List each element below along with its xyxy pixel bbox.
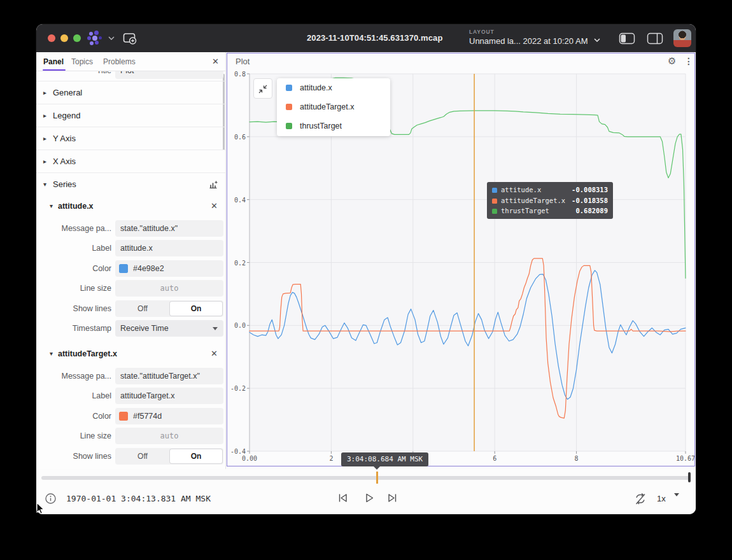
label-label: Label (36, 240, 111, 256)
label-label: Label (36, 388, 111, 404)
tab-panel[interactable]: Panel (43, 52, 64, 71)
layout-switcher[interactable]: LAYOUTUnnamed la... 2022 at 10:20 AM (469, 27, 600, 50)
color-swatch[interactable] (119, 264, 128, 273)
active-tab-underline (43, 69, 66, 71)
message-path-input[interactable]: state."attitude.x" (115, 220, 223, 237)
legend-collapse-button[interactable] (253, 78, 272, 99)
show-lines-label: Show lines (36, 300, 111, 317)
minimize-window-button[interactable] (60, 34, 68, 42)
right-sidebar-toggle-icon[interactable] (647, 32, 663, 45)
y-axis-tick-label: 0.0 (234, 322, 246, 329)
playback-controls-bar: 1970-01-01 3:04:13.831 AM MSK 1x (36, 486, 696, 514)
user-avatar[interactable] (673, 29, 691, 47)
section-x-axis[interactable]: ▸ X Axis (36, 150, 225, 172)
scrubber-track[interactable] (41, 476, 691, 480)
y-axis-tick-label: -0.2 (230, 385, 246, 392)
title-field-input[interactable]: Plot (115, 71, 223, 79)
seek-backward-button[interactable] (336, 491, 349, 505)
current-timestamp: 1970-01-01 3:04:13.831 AM MSK (66, 494, 211, 503)
line-size-input[interactable]: auto (115, 428, 223, 444)
message-path-input[interactable]: state."attitudeTarget.x" (115, 368, 223, 384)
series-color-swatch (492, 199, 497, 204)
remove-series-icon[interactable]: ✕ (211, 197, 218, 215)
show-lines-label: Show lines (36, 448, 111, 465)
series-header-attitude-target-x[interactable]: ▾ attitudeTarget.x ✕ (36, 345, 225, 363)
series-color-swatch (286, 85, 292, 91)
line-size-input[interactable]: auto (115, 280, 223, 297)
section-legend[interactable]: ▸ Legend (36, 104, 225, 127)
close-sidebar-icon[interactable]: ✕ (212, 57, 219, 66)
tab-problems[interactable]: Problems (103, 52, 136, 71)
tab-topics[interactable]: Topics (71, 52, 93, 71)
section-general[interactable]: ▸ General (36, 81, 225, 104)
timestamp-label: Timestamp (36, 320, 111, 337)
speed-chevron-down-icon[interactable] (674, 493, 679, 496)
left-sidebar-toggle-icon[interactable] (619, 32, 635, 45)
color-label: Color (36, 408, 111, 424)
playback-speed-value[interactable]: 1x (657, 494, 666, 503)
timestamp-select[interactable]: Receive Time (115, 320, 223, 337)
legend-item-attitude-target-x[interactable]: attitudeTarget.x (277, 97, 390, 116)
y-axis-tick-label: 0.8 (234, 71, 246, 78)
title-bar: 2023-11-10T04:51:45.631370.mcap LAYOUTUn… (36, 24, 696, 52)
series-color-swatch (286, 123, 292, 129)
caret-right-icon: ▸ (43, 81, 46, 104)
remove-series-icon[interactable]: ✕ (211, 345, 218, 363)
panel-settings-list: Title Plot ▸ General ▸ Legend ▸ Y Axis ▸… (36, 71, 225, 469)
add-series-icon[interactable] (208, 179, 218, 190)
scrubber-playhead-handle[interactable] (688, 472, 691, 482)
show-lines-on-option[interactable]: On (170, 302, 222, 316)
caret-right-icon: ▸ (43, 150, 46, 173)
playback-scrubber[interactable] (36, 469, 696, 486)
play-button[interactable] (362, 491, 376, 505)
panel-settings-gear-icon[interactable]: ⚙ (668, 55, 676, 67)
chevron-down-icon (213, 327, 218, 330)
data-source-title: 2023-11-10T04:51:45.631370.mcap (307, 33, 442, 43)
chart-hover-tooltip: attitude.x -0.008313 attitudeTarget.x -0… (487, 182, 613, 219)
label-input[interactable]: attitude.x (115, 240, 223, 256)
layout-label: LAYOUT (469, 29, 600, 35)
x-axis-tick-label: 0.00 (242, 455, 257, 462)
maximize-window-button[interactable] (73, 34, 81, 42)
scrubber-hover-marker (376, 472, 378, 484)
show-lines-off-option[interactable]: Off (115, 300, 170, 317)
show-lines-toggle: Off On (115, 300, 223, 317)
settings-sidebar: Panel Topics Problems ✕ Title Plot ▸ Gen… (36, 52, 226, 469)
caret-down-icon: ▾ (43, 173, 46, 196)
y-axis-tick-label: 0.6 (234, 133, 246, 140)
color-label: Color (36, 260, 111, 277)
line-size-label: Line size (36, 280, 111, 297)
legend-item-thrust-target[interactable]: thrustTarget (277, 116, 390, 136)
x-axis-tick-label: 2 (329, 455, 333, 462)
message-path-label: Message pa... (36, 220, 111, 237)
color-input[interactable]: #4e98e2 (115, 260, 223, 277)
section-series[interactable]: ▾ Series (36, 172, 225, 195)
close-window-button[interactable] (48, 34, 55, 42)
app-menu-chevron-icon[interactable] (108, 36, 115, 41)
panel-menu-kebab-icon[interactable]: ⋮ (684, 56, 693, 66)
show-lines-on-option[interactable]: On (170, 449, 222, 463)
section-y-axis[interactable]: ▸ Y Axis (36, 127, 225, 150)
legend-item-attitude-x[interactable]: attitude.x (277, 78, 390, 97)
caret-down-icon: ▾ (50, 197, 53, 215)
series-color-swatch (492, 209, 497, 214)
y-axis-tick-label: 0.4 (234, 196, 246, 203)
show-lines-off-option[interactable]: Off (115, 448, 170, 465)
color-input[interactable]: #f5774d (115, 408, 223, 424)
series-header-attitude-x[interactable]: ▾ attitude.x ✕ (36, 197, 225, 215)
add-panel-icon[interactable] (123, 32, 137, 45)
label-input[interactable]: attitudeTarget.x (115, 388, 223, 404)
info-icon[interactable] (45, 493, 57, 505)
caret-right-icon: ▸ (43, 127, 46, 150)
seek-forward-button[interactable] (386, 491, 399, 505)
series-color-swatch (492, 188, 497, 193)
loop-playback-off-icon[interactable] (633, 492, 647, 506)
sidebar-tab-bar: Panel Topics Problems ✕ (36, 52, 225, 71)
series-color-swatch (286, 104, 292, 110)
show-lines-toggle: Off On (115, 448, 223, 465)
plot-panel: Plot ⚙ ⋮ 0.80.60.40.20.0-0.2-0.40.002468… (227, 53, 695, 466)
foxglove-logo-icon[interactable] (87, 31, 104, 46)
scrubber-hover-tooltip: 3:04:08.684 AM MSK (341, 452, 428, 466)
color-swatch[interactable] (119, 412, 128, 421)
title-field-label: Title (36, 71, 111, 79)
